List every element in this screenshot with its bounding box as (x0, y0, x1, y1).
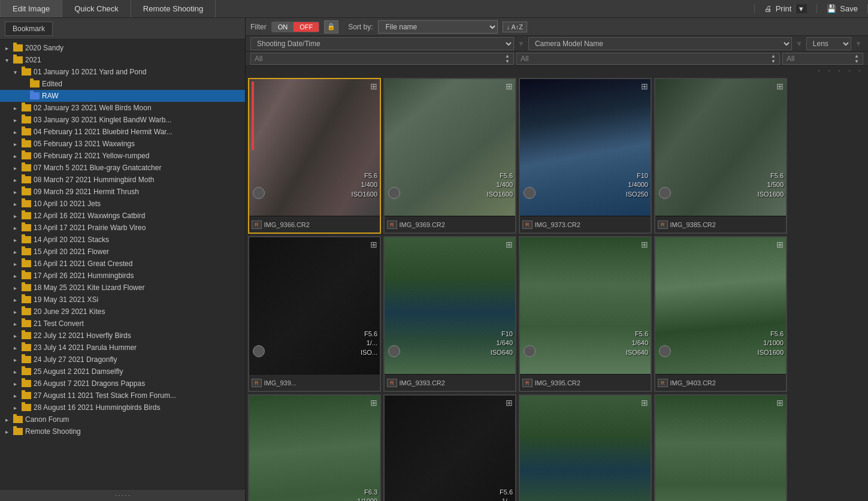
remote-shooting-button[interactable]: Remote Shooting (131, 0, 216, 17)
expand-icon[interactable]: ▸ (11, 405, 19, 411)
rating-arrows-2[interactable]: ▲▼ (771, 53, 776, 64)
thumbnail-cell[interactable]: ⊞ F5.6 1/640 ISO640 R IMG_9395.CR2 (519, 236, 652, 392)
expand-icon[interactable]: ▸ (11, 357, 19, 363)
rating-arrows-1[interactable]: ▲▼ (505, 53, 510, 64)
thumbnail-cell[interactable]: ⊞ F6.3 1/1000 ISO1600 R IMG_9404.CR2 (248, 394, 381, 501)
expand-icon[interactable]: ▸ (11, 165, 19, 171)
sidebar-item[interactable]: ▸14 April 20 2021 Stacks (0, 234, 245, 246)
sidebar-item[interactable]: ▸20 June 29 2021 Kites (0, 306, 245, 318)
expand-icon[interactable]: ▸ (11, 177, 19, 183)
sidebar-item[interactable]: ▸19 May 31 2021 XSi (0, 294, 245, 306)
thumbnail-cell[interactable]: ⊞ F5.6 1/400 ISO1600 R IMG_9366.CR2 (248, 78, 381, 234)
sidebar-collapse-handle[interactable]: · · · · · (0, 489, 245, 501)
sidebar-item[interactable]: ▸15 April 20 2021 Flower (0, 246, 245, 258)
shooting-date-select[interactable]: Shooting Date/Time (250, 37, 514, 50)
sidebar-item[interactable]: ▸06 February 21 2021 Yellow-rumped (0, 150, 245, 162)
expand-icon[interactable]: ▸ (11, 321, 19, 327)
sidebar-item[interactable]: ▸24 July 27 2021 Dragonfly (0, 354, 245, 366)
sidebar-item[interactable]: ▸23 July 14 2021 Parula Hummer (0, 342, 245, 354)
sidebar-item[interactable]: ▸16 April 21 2021 Great Crested (0, 258, 245, 270)
thumbnail-cell[interactable]: ⊞ F5.6 1/... ISO... R IMG_940... (383, 394, 516, 501)
expand-icon[interactable]: ▸ (11, 297, 19, 303)
expand-icon[interactable]: ▸ (2, 417, 11, 423)
sidebar-item[interactable]: ▸25 August 2 2021 Damselfly (0, 366, 245, 378)
expand-icon[interactable]: ▸ (11, 225, 19, 231)
sidebar-item[interactable]: ▸Canon Forum (0, 414, 245, 425)
thumbnail-cell[interactable]: ⊞ R IMG_94xx.CR2 (654, 394, 787, 501)
sidebar-item[interactable]: ▸13 April 17 2021 Prairie Warb Vireo (0, 222, 245, 234)
print-dropdown-arrow[interactable]: ▾ (795, 4, 807, 13)
filter-lock-button[interactable]: 🔒 (324, 20, 338, 34)
expand-icon[interactable]: ▸ (11, 345, 19, 351)
sidebar-item[interactable]: ▸10 April 10 2021 Jets (0, 198, 245, 210)
expand-icon[interactable]: ▸ (11, 201, 19, 207)
sidebar-item[interactable]: ▸03 January 30 2021 Kinglet BandW Warb..… (0, 114, 245, 126)
expand-icon[interactable]: ▸ (11, 141, 19, 147)
sort-order-button[interactable]: ↓ A↑Z (503, 22, 528, 32)
camera-model-select[interactable]: Camera Model Name (528, 37, 792, 50)
expand-icon[interactable]: ▸ (11, 213, 19, 219)
expand-icon[interactable]: ▸ (2, 45, 11, 52)
sidebar-item[interactable]: RAW (0, 90, 245, 102)
expand-icon[interactable]: ▸ (11, 369, 19, 375)
sidebar-item[interactable]: ▸28 August 16 2021 Hummingbirds Birds (0, 402, 245, 414)
expand-icon[interactable]: ▸ (11, 273, 19, 279)
expand-icon[interactable]: ▸ (11, 129, 19, 135)
expand-icon[interactable]: ▸ (2, 428, 11, 435)
sidebar-tree[interactable]: ▸2020 Sandy▾2021▾01 January 10 2021 Yard… (0, 40, 245, 489)
expand-icon[interactable]: ▸ (11, 261, 19, 267)
rating-arrows-3[interactable]: ▲▼ (854, 53, 859, 64)
print-button[interactable]: 🖨 Print ▾ (754, 4, 818, 13)
thumbnail-cell[interactable]: ⊞ F10 1/640 ISO640 R IMG_9393.CR2 (383, 236, 516, 392)
sidebar-item[interactable]: ▸04 February 11 2021 Bluebird Hermit War… (0, 126, 245, 138)
sidebar-item[interactable]: ▾2021 (0, 54, 245, 66)
expand-icon[interactable]: ▸ (11, 285, 19, 291)
thumbnail-cell[interactable]: ⊞ F5.6 1/1000 ISO1600 R IMG_9403.CR2 (654, 236, 787, 392)
expand-icon[interactable]: ▸ (11, 381, 19, 387)
expand-icon[interactable]: ▸ (11, 309, 19, 315)
edit-image-button[interactable]: Edit Image (0, 0, 62, 17)
expand-icon[interactable]: ▸ (11, 189, 19, 195)
expand-icon[interactable]: ▾ (2, 57, 11, 64)
save-button[interactable]: 💾 Save (817, 4, 868, 13)
quick-check-button[interactable]: Quick Check (62, 0, 131, 17)
rating-input-1[interactable]: All ▲▼ (250, 53, 514, 65)
sidebar-item[interactable]: ▸21 Test Convert (0, 318, 245, 330)
expand-icon[interactable]: ▸ (11, 153, 19, 159)
sidebar-item[interactable]: ▸09 March 29 2021 Hermit Thrush (0, 186, 245, 198)
filter-off-button[interactable]: OFF (294, 22, 319, 32)
sidebar-item[interactable]: ▸26 August 7 2021 Dragons Pappas (0, 378, 245, 390)
expand-icon[interactable]: ▸ (11, 393, 19, 399)
expand-icon[interactable]: ▸ (11, 117, 19, 123)
sidebar-item[interactable]: ▸18 May 25 2021 Kite Lizard Flower (0, 282, 245, 294)
expand-icon[interactable]: ▾ (11, 69, 19, 76)
sidebar-item[interactable]: ▸02 January 23 2021 Well Birds Moon (0, 102, 245, 114)
sidebar-item[interactable]: ▾01 January 10 2021 Yard and Pond (0, 66, 245, 78)
filter-on-button[interactable]: ON (272, 22, 294, 32)
sidebar-item[interactable]: ▸08 March 27 2021 Hummingbird Moth (0, 174, 245, 186)
sidebar-item[interactable]: ▸Remote Shooting (0, 425, 245, 437)
sidebar-item[interactable]: Edited (0, 78, 245, 90)
expand-icon[interactable]: ▸ (11, 237, 19, 243)
rating-input-2[interactable]: All ▲▼ (516, 53, 780, 65)
lens-select[interactable]: Lens (806, 37, 851, 50)
thumbnail-cell[interactable]: ⊞ F5.6 1/400 ISO1600 R IMG_9369.CR2 (383, 78, 516, 234)
sidebar-item[interactable]: ▸22 July 12 2021 Hoverfly Birds (0, 330, 245, 342)
sidebar-item[interactable]: ▸05 February 13 2021 Waxwings (0, 138, 245, 150)
thumbnail-cell[interactable]: ⊞ F10 1/4000 ISO250 R IMG_9373.CR2 (519, 78, 652, 234)
expand-icon[interactable]: ▸ (11, 105, 19, 111)
thumbnail-cell[interactable]: ⊞ F5.6 1/... ISO... R IMG_939... (248, 236, 381, 392)
expand-icon[interactable]: ▸ (11, 249, 19, 255)
thumbnail-cell[interactable]: ⊞ F5.6 1/500 ISO1600 R IMG_9385.CR2 (654, 78, 787, 234)
thumbnail-grid[interactable]: ⊞ F5.6 1/400 ISO1600 R IMG_9366.CR2 ⊞ F5… (246, 76, 868, 501)
rating-input-3[interactable]: All ▲▼ (782, 53, 863, 65)
expand-icon[interactable]: ▸ (11, 333, 19, 339)
sidebar-item[interactable]: ▸12 April 16 2021 Waxwings Catbird (0, 210, 245, 222)
sort-select[interactable]: File name Date Rating Size (378, 20, 498, 34)
sidebar-item[interactable]: ▸2020 Sandy (0, 42, 245, 54)
thumbnail-cell[interactable]: ⊞ R IMG_94xx.CR2 (519, 394, 652, 501)
bookmark-tab[interactable]: Bookmark (5, 22, 53, 36)
sidebar-item[interactable]: ▸17 April 26 2021 Hummingbirds (0, 270, 245, 282)
sidebar-item[interactable]: ▸07 March 5 2021 Blue-gray Gnatcatcher (0, 162, 245, 174)
sidebar-item[interactable]: ▸27 August 11 2021 Test Stack From Forum… (0, 390, 245, 402)
